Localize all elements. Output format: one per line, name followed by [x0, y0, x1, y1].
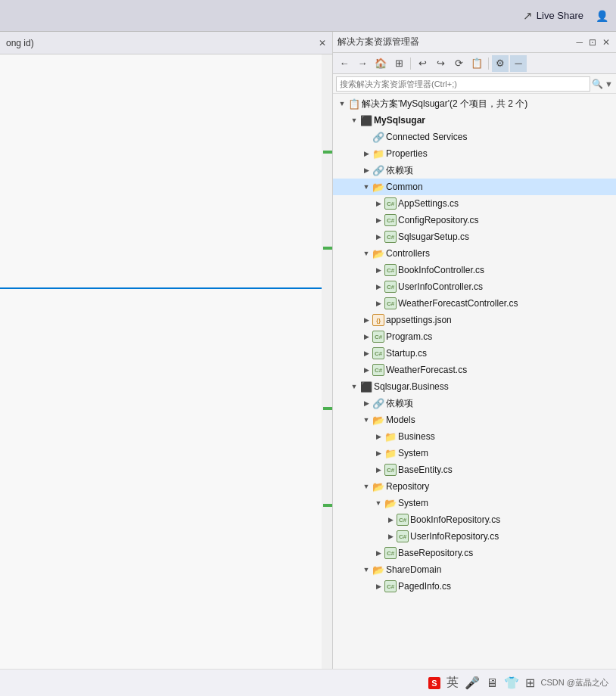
tree-item-sharedomain[interactable]: ▼📂ShareDomain [333, 561, 616, 578]
toolbar-home-btn[interactable]: 🏠 [372, 55, 389, 72]
scroll-marker [323, 407, 332, 410]
tree-expander-system_folder2[interactable]: ▼ [372, 497, 384, 509]
toolbar-settings-btn[interactable]: ⚙ [492, 55, 509, 72]
shirt-icon[interactable]: 👕 [504, 676, 519, 690]
tree-expander-bookinforepo[interactable]: ▶ [384, 514, 397, 526]
tree-expander-userinfo[interactable]: ▶ [372, 281, 384, 293]
tree-label-models: Models [386, 415, 415, 425]
se-search-dropdown-icon[interactable]: ▼ [605, 79, 613, 89]
tree-expander-dependencies1[interactable]: ▶ [360, 164, 372, 176]
tree-expander-mysqlsugar[interactable]: ▼ [348, 114, 360, 126]
csdn-logo: S [428, 677, 440, 689]
tree-item-properties[interactable]: ▶📁Properties [333, 145, 616, 162]
tree-item-bookinfo[interactable]: ▶C#BookInfoController.cs [333, 262, 616, 278]
tree-item-repository[interactable]: ▼📂Repository [333, 478, 616, 495]
tree-item-models[interactable]: ▼📂Models [333, 412, 616, 428]
tree-expander-sharedomain[interactable]: ▼ [360, 564, 372, 576]
toolbar-undo-btn[interactable]: ↩ [414, 55, 431, 72]
tree-item-startup[interactable]: ▶C#Startup.cs [333, 345, 616, 362]
tree-item-baserepo[interactable]: ▶C#BaseRepository.cs [333, 545, 616, 561]
tree-expander-weatherforecast_ctrl[interactable]: ▶ [372, 297, 384, 309]
toolbar-clipboard-btn[interactable]: 📋 [468, 55, 485, 72]
tree-label-startup: Startup.cs [386, 348, 427, 359]
tree-item-program[interactable]: ▶C#Program.cs [333, 328, 616, 345]
keyboard-icon[interactable]: 英 [446, 675, 459, 691]
tree-item-userinfo[interactable]: ▶C#UserInfoController.cs [333, 278, 616, 295]
tree-item-weatherforecast[interactable]: ▶C#WeatherForecast.cs [333, 362, 616, 378]
tree-icon-connected: 🔗 [372, 131, 384, 143]
toolbar-forward-btn[interactable]: → [354, 55, 371, 72]
tree-expander-configrepo[interactable]: ▶ [372, 214, 384, 226]
mic-icon[interactable]: 🎤 [465, 676, 480, 690]
tree-item-appsettings_json[interactable]: ▶{}appsettings.json [333, 312, 616, 328]
screen-icon[interactable]: 🖥 [486, 676, 498, 690]
tree-expander-controllers[interactable]: ▼ [360, 247, 372, 259]
tree-icon-bookinforepo: C# [397, 514, 409, 526]
se-float-icon[interactable]: ⊡ [587, 36, 598, 48]
tree-item-business_folder[interactable]: ▶📁Business [333, 428, 616, 445]
tree-item-dependencies1[interactable]: ▶🔗依赖项 [333, 162, 616, 179]
tree-label-sqlsugar_business: Sqlsugar.Business [374, 381, 449, 392]
apps-icon[interactable]: ⊞ [525, 676, 535, 690]
tree-item-dependencies2[interactable]: ▶🔗依赖项 [333, 395, 616, 412]
tree-item-sqlsugarsetup[interactable]: ▶C#SqlsugarSetup.cs [333, 228, 616, 245]
se-tree[interactable]: ▼📋解决方案'MySqlsugar'(2 个项目，共 2 个)▼⬛MySqlsu… [333, 94, 616, 696]
tree-item-solution[interactable]: ▼📋解决方案'MySqlsugar'(2 个项目，共 2 个) [333, 95, 616, 112]
tree-expander-sqlsugar_business[interactable]: ▼ [348, 381, 360, 393]
live-share-button[interactable]: ↗ Live Share [515, 6, 591, 26]
toolbar-minus-btn[interactable]: ─ [510, 55, 527, 72]
tree-expander-weatherforecast[interactable]: ▶ [360, 364, 372, 376]
toolbar-back-btn[interactable]: ← [336, 55, 353, 72]
tree-expander-userinforepo[interactable]: ▶ [384, 530, 397, 542]
tree-item-system_folder2[interactable]: ▼📂System [333, 495, 616, 511]
tree-expander-system_folder[interactable]: ▶ [372, 447, 384, 459]
editor-close-icon[interactable]: ✕ [319, 38, 326, 48]
tree-item-system_folder[interactable]: ▶📁System [333, 445, 616, 461]
tree-icon-sqlsugar_business: ⬛ [360, 381, 372, 393]
se-close-icon[interactable]: ✕ [601, 36, 611, 48]
tree-item-connected[interactable]: 🔗Connected Services [333, 129, 616, 145]
tree-icon-bookinfo: C# [384, 264, 397, 276]
tree-item-bookinforepo[interactable]: ▶C#BookInfoRepository.cs [333, 511, 616, 528]
tree-item-userinforepo[interactable]: ▶C#UserInfoRepository.cs [333, 528, 616, 545]
tree-item-configrepo[interactable]: ▶C#ConfigRepository.cs [333, 212, 616, 228]
tree-expander-properties[interactable]: ▶ [360, 148, 372, 160]
toolbar-redo-btn[interactable]: ↪ [432, 55, 449, 72]
se-header-icons: ─ ⊡ ✕ [574, 36, 611, 48]
tree-expander-sqlsugarsetup[interactable]: ▶ [372, 231, 384, 243]
tree-expander-business_folder[interactable]: ▶ [372, 430, 384, 443]
tree-expander-dependencies2[interactable]: ▶ [360, 397, 372, 409]
tree-item-sqlsugar_business[interactable]: ▼⬛Sqlsugar.Business [333, 378, 616, 395]
tree-item-pagedinfo[interactable]: ▶C#PagedInfo.cs [333, 578, 616, 595]
tree-item-mysqlsugar[interactable]: ▼⬛MySqlsugar [333, 112, 616, 129]
toolbar-grid-btn[interactable]: ⊞ [390, 55, 407, 72]
tree-expander-bookinfo[interactable]: ▶ [372, 264, 384, 276]
tree-expander-connected[interactable] [360, 131, 372, 143]
tree-item-weatherforecast_ctrl[interactable]: ▶C#WeatherForecastController.cs [333, 295, 616, 312]
tree-expander-baseentity[interactable]: ▶ [372, 464, 384, 476]
tree-label-weatherforecast_ctrl: WeatherForecastController.cs [398, 298, 518, 309]
tree-expander-models[interactable]: ▼ [360, 414, 372, 426]
tree-expander-startup[interactable]: ▶ [360, 347, 372, 359]
tree-item-common[interactable]: ▼📂Common [333, 179, 616, 195]
tree-label-program: Program.cs [386, 331, 432, 342]
tree-item-appsettings[interactable]: ▶C#AppSettings.cs [333, 195, 616, 212]
tree-label-repository: Repository [386, 481, 429, 492]
tree-label-configrepo: ConfigRepository.cs [398, 215, 479, 225]
tree-expander-solution[interactable]: ▼ [336, 98, 348, 110]
tree-expander-program[interactable]: ▶ [360, 331, 372, 343]
se-pin-icon[interactable]: ─ [574, 36, 584, 48]
se-search-icon[interactable]: 🔍 [592, 79, 603, 89]
tree-item-baseentity[interactable]: ▶C#BaseEntity.cs [333, 461, 616, 478]
tree-expander-pagedinfo[interactable]: ▶ [372, 580, 384, 592]
tree-item-controllers[interactable]: ▼📂Controllers [333, 245, 616, 262]
tree-icon-appsettings: C# [384, 197, 397, 210]
tree-expander-common[interactable]: ▼ [360, 181, 372, 193]
tree-expander-baserepo[interactable]: ▶ [372, 547, 384, 559]
se-search-input[interactable] [336, 76, 590, 92]
tree-expander-appsettings[interactable]: ▶ [372, 197, 384, 210]
extra-toolbar-icon[interactable]: 👤 [596, 10, 608, 22]
tree-expander-repository[interactable]: ▼ [360, 480, 372, 492]
tree-expander-appsettings_json[interactable]: ▶ [360, 314, 372, 326]
toolbar-refresh-btn[interactable]: ⟳ [450, 55, 467, 72]
